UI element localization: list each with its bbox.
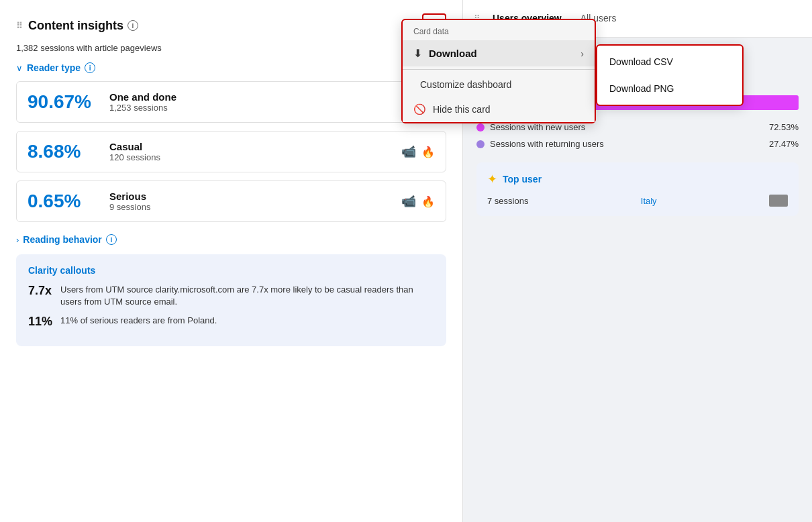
metric-card-0: 90.67% One and done 1,253 sessions 📹 🔥 — [16, 81, 446, 123]
metric-sessions-1: 120 sessions — [109, 152, 393, 162]
metric-info-0: One and done 1,253 sessions — [109, 91, 393, 113]
content-insights-title: Content insights — [28, 19, 123, 33]
legend-dot-1 — [476, 140, 485, 148]
top-user-title: Top user — [503, 174, 542, 185]
legend-pct-0: 72.53% — [769, 122, 799, 132]
reading-behavior-row[interactable]: › Reading behavior i — [16, 234, 446, 245]
video-icon-1[interactable]: 📹 — [401, 144, 416, 159]
metric-icons-2: 📹 🔥 — [401, 194, 435, 209]
grid-dots-icon: ⠿ — [16, 21, 23, 31]
legend-item-0: Sessions with new users 72.53% — [476, 122, 799, 132]
clarity-number-0: 7.7x — [28, 284, 54, 308]
download-csv-item[interactable]: Download CSV — [597, 48, 742, 75]
customize-dashboard-item[interactable]: Customize dashboard — [403, 72, 595, 97]
metric-card-2: 0.65% Serious 9 sessions 📹 🔥 — [16, 180, 446, 222]
reader-type-label: Reader type — [27, 62, 81, 73]
clarity-item-1: 11% 11% of serious readers are from Pola… — [28, 315, 434, 329]
header-title: ⠿ Content insights i — [16, 19, 138, 33]
dropdown-overlay: Card data ⬇ Download › Customize dashboa… — [401, 19, 596, 123]
metric-name-1: Casual — [109, 141, 393, 152]
download-png-item[interactable]: Download PNG — [597, 75, 742, 102]
star-icon: ✦ — [487, 172, 497, 187]
metric-percent-1: 8.68% — [28, 141, 101, 162]
info-icon[interactable]: i — [128, 20, 138, 31]
reader-type-row[interactable]: ∨ Reader type i — [16, 62, 446, 73]
clarity-box: Clarity callouts 7.7x Users from UTM sou… — [16, 254, 446, 346]
legend-text-0: Sessions with new users — [490, 122, 585, 132]
metric-card-1: 8.68% Casual 120 sessions 📹 🔥 — [16, 131, 446, 172]
reading-behavior-label: Reading behavior — [23, 234, 101, 245]
legend-dot-0 — [476, 123, 485, 132]
hide-label: Hide this card — [433, 104, 491, 115]
fire-icon-1[interactable]: 🔥 — [421, 146, 435, 158]
fire-icon-2[interactable]: 🔥 — [421, 195, 435, 208]
reader-type-info-icon[interactable]: i — [85, 62, 95, 73]
legend-item-1: Sessions with returning users 27.47% — [476, 139, 799, 149]
metric-icons-1: 📹 🔥 — [401, 144, 435, 159]
legend: Sessions with new users 72.53% Sessions … — [476, 122, 799, 149]
video-icon-2[interactable]: 📹 — [401, 194, 416, 209]
top-user-header: ✦ Top user — [487, 172, 788, 187]
top-user-sessions: 7 sessions — [487, 196, 528, 206]
clarity-desc-1: 11% of serious readers are from Poland. — [60, 315, 217, 329]
customize-label: Customize dashboard — [420, 79, 511, 90]
reading-behavior-info-icon[interactable]: i — [106, 234, 117, 245]
metric-name-0: One and done — [109, 91, 393, 103]
top-user-row: 7 sessions Italy — [487, 195, 788, 207]
legend-text-1: Sessions with returning users — [490, 139, 604, 149]
reading-behavior-chevron: › — [16, 235, 19, 245]
metric-info-1: Casual 120 sessions — [109, 141, 393, 162]
hide-icon: 🚫 — [413, 103, 426, 115]
top-user-section: ✦ Top user 7 sessions Italy — [476, 162, 799, 216]
left-panel: ⠿ Content insights i ··· 1,382 sessions … — [0, 0, 463, 522]
clarity-number-1: 11% — [28, 315, 54, 329]
clarity-desc-0: Users from UTM source clarity.microsoft.… — [60, 284, 434, 308]
menu-divider-1 — [403, 69, 595, 70]
metric-sessions-2: 9 sessions — [109, 202, 393, 212]
download-chevron-icon: › — [580, 48, 584, 59]
main-layout: ⠿ Content insights i ··· 1,382 sessions … — [0, 0, 812, 522]
header-row: ⠿ Content insights i ··· — [16, 13, 446, 38]
metric-name-2: Serious — [109, 191, 393, 202]
hide-card-item[interactable]: 🚫 Hide this card — [403, 97, 595, 122]
metric-sessions-0: 1,253 sessions — [109, 103, 393, 113]
download-menu-item[interactable]: ⬇ Download › — [403, 40, 595, 66]
card-data-menu: Card data ⬇ Download › Customize dashboa… — [401, 19, 596, 123]
clarity-title: Clarity callouts — [28, 265, 434, 276]
reader-type-chevron: ∨ — [16, 63, 23, 73]
metric-info-2: Serious 9 sessions — [109, 191, 393, 212]
metric-percent-2: 0.65% — [28, 191, 101, 212]
top-user-location: Italy — [641, 196, 657, 206]
metric-percent-0: 90.67% — [28, 91, 101, 113]
sessions-text: 1,382 sessions with article pageviews — [16, 43, 446, 53]
download-icon: ⬇ — [413, 47, 422, 60]
top-user-device-icon — [769, 195, 788, 207]
download-sub-menu: Download CSV Download PNG — [596, 44, 744, 106]
legend-pct-1: 27.47% — [769, 139, 799, 149]
download-label: Download — [429, 48, 477, 59]
clarity-item-0: 7.7x Users from UTM source clarity.micro… — [28, 284, 434, 308]
menu-section-label: Card data — [403, 20, 595, 40]
